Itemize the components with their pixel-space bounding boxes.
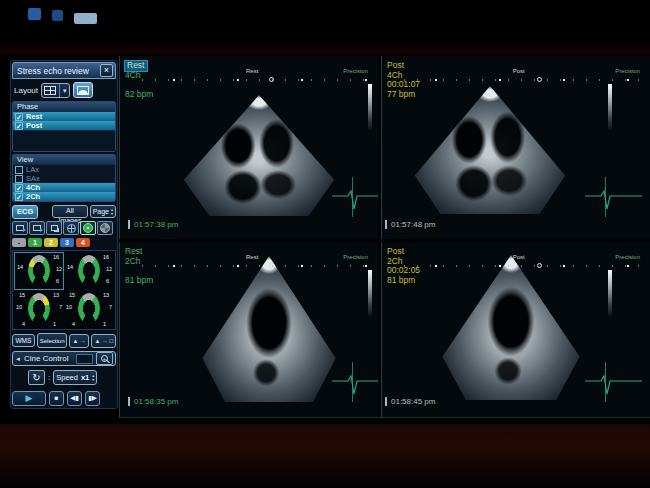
view-option-lax[interactable]: LAx	[13, 165, 115, 174]
segment-count: 13	[53, 292, 59, 298]
ultrasound-image	[198, 256, 340, 402]
speed-control[interactable]: Speed x1 ▴ ▾	[53, 370, 97, 385]
frame-timeline[interactable]: Post Precision	[398, 261, 642, 271]
magnifier-plus-icon: +	[101, 355, 108, 362]
quadrant-info: Rest 2Ch 81 bpm	[125, 247, 153, 285]
close-button[interactable]: ×	[100, 64, 113, 77]
segment-count: 10	[66, 304, 72, 310]
timeline-phase-label: Rest	[246, 68, 258, 74]
segment-diagram-post-2ch[interactable]: 15 13 10 7 4 1	[65, 291, 113, 327]
speed-spinner[interactable]: ▴ ▾	[92, 374, 94, 381]
bullseye-green-icon	[83, 223, 93, 233]
play-button[interactable]: ▶	[12, 391, 46, 406]
score-button-4[interactable]: 4	[76, 238, 90, 247]
ultrasound-image	[410, 86, 570, 214]
panel-titlebar[interactable]: Stress echo review ×	[12, 62, 116, 79]
segment-diagram-rest-4ch[interactable]: 14 16 12 6	[15, 253, 63, 289]
checkbox-unchecked-icon[interactable]	[15, 166, 23, 174]
assign-button[interactable]: ▲ →	[69, 334, 89, 348]
timeline-right-label: Precision	[343, 68, 368, 74]
stress-echo-review-panel: Stress echo review × Layout ▾ Phase ✓ Re…	[10, 60, 118, 409]
frame-timeline[interactable]: Rest Precision	[136, 75, 370, 85]
ecg-button[interactable]: ECG	[12, 205, 38, 219]
phase-option-post[interactable]: ✓ Post	[13, 121, 115, 130]
bullseye-button[interactable]	[80, 221, 96, 235]
quadrant-post-2ch[interactable]: Post Precision Post 2Ch 00:02:05 81 bpm …	[381, 242, 650, 417]
layout-row: Layout ▾	[12, 81, 116, 99]
view-header: View	[13, 155, 115, 165]
wms-button[interactable]: WMS	[12, 334, 35, 347]
spinner-down-icon[interactable]: ▾	[111, 212, 113, 216]
segment-count: 12	[106, 266, 112, 272]
segment-count: 16	[53, 254, 59, 260]
page-spinner[interactable]: ▴ ▾	[111, 208, 113, 215]
current-frame-marker[interactable]	[537, 263, 542, 268]
grayscale-bar	[608, 270, 612, 316]
segment-count: 4	[22, 321, 25, 327]
quadrant-post-4ch[interactable]: Post Precision Post 4Ch 00:01:07 77 bpm …	[381, 56, 650, 239]
grayscale-bar	[608, 84, 612, 130]
step-forward-button[interactable]: ▮▶	[85, 391, 100, 406]
loop-button[interactable]: ↻	[28, 370, 45, 385]
all-images-button[interactable]: All Images	[52, 205, 87, 218]
phase-option-rest[interactable]: ✓ Rest	[13, 112, 115, 121]
layout-dropdown[interactable]: ▾	[41, 83, 70, 98]
checkbox-checked-icon[interactable]: ✓	[15, 193, 23, 201]
loop-colon: :	[48, 373, 50, 382]
clip-timestamp: 01:58:45 pm	[385, 397, 435, 406]
score-button-none[interactable]: -	[12, 238, 26, 247]
view-option-2ch[interactable]: ✓ 2Ch	[13, 192, 115, 201]
frame-timeline[interactable]: Post Precision	[398, 75, 642, 85]
zoom-plus-button[interactable]: +	[96, 352, 113, 365]
spinner-down-icon[interactable]: ▾	[92, 378, 94, 382]
assign-delete-button[interactable]: ▲ → □	[91, 334, 116, 348]
checkbox-unchecked-icon[interactable]	[15, 175, 23, 183]
copy-pages-icon	[51, 225, 58, 231]
score-button-2[interactable]: 2	[44, 238, 58, 247]
segment-ring	[28, 293, 50, 324]
titlebar-fragment-icon	[52, 10, 63, 21]
segment-count: 1	[53, 321, 56, 327]
play-icon: ▶	[26, 393, 33, 403]
view-label: 4Ch	[125, 71, 153, 81]
chevron-down-icon: ▾	[59, 84, 67, 97]
phase-section: Phase ✓ Rest ✓ Post	[12, 101, 116, 152]
quadrant-rest-2ch[interactable]: Rest Precision Rest 2Ch 81 bpm 01:58:35 …	[119, 242, 378, 417]
segment-count: 6	[56, 278, 59, 284]
checkbox-checked-icon[interactable]: ✓	[15, 184, 23, 192]
page-button[interactable]: Page ▴ ▾	[90, 205, 116, 218]
page-button-label: Page	[93, 207, 109, 217]
copy-pages-button[interactable]	[46, 221, 62, 235]
playback-controls: ▶ ■ ◀▮ ▮▶	[12, 389, 116, 407]
cine-control-header[interactable]: ◄ Cine Control +	[12, 351, 116, 366]
frame-timeline[interactable]: Rest Precision	[136, 261, 370, 271]
score-button-1[interactable]: 1	[28, 238, 42, 247]
selection-button[interactable]: Selection	[37, 333, 68, 348]
collapse-icon[interactable]: ◄	[15, 356, 21, 362]
stop-button[interactable]: ■	[49, 391, 64, 406]
speed-label: Speed	[56, 373, 78, 382]
score-wheel-button[interactable]	[97, 221, 113, 235]
quadrant-rest-4ch[interactable]: Rest Precision Rest 4Ch 82 bpm 01:57:38 …	[119, 56, 378, 239]
image-view-button[interactable]	[73, 82, 93, 98]
current-frame-marker[interactable]	[269, 263, 274, 268]
current-frame-marker[interactable]	[537, 77, 542, 82]
score-button-3[interactable]: 3	[60, 238, 74, 247]
crosshair-button[interactable]	[63, 221, 79, 235]
save-image-button[interactable]	[29, 221, 45, 235]
view-option-sax[interactable]: SAx	[13, 174, 115, 183]
current-frame-marker[interactable]	[269, 77, 274, 82]
option-label: 2Ch	[26, 192, 40, 201]
checkbox-checked-icon[interactable]: ✓	[15, 122, 23, 130]
grayscale-bar	[368, 270, 372, 316]
background-tint-top	[0, 42, 650, 56]
checkbox-checked-icon[interactable]: ✓	[15, 113, 23, 121]
segment-diagram-panel: 14 16 12 6 14 16 12 6 15 13 10 7 4 1	[12, 250, 116, 330]
view-option-4ch[interactable]: ✓ 4Ch	[13, 183, 115, 192]
crosshair-icon	[67, 224, 76, 233]
segment-diagram-rest-2ch[interactable]: 15 13 10 7 4 1	[15, 291, 63, 327]
export-image-button[interactable]	[12, 221, 28, 235]
step-back-button[interactable]: ◀▮	[67, 391, 82, 406]
option-label: LAx	[26, 165, 39, 174]
segment-diagram-post-4ch[interactable]: 14 16 12 6	[65, 253, 113, 289]
